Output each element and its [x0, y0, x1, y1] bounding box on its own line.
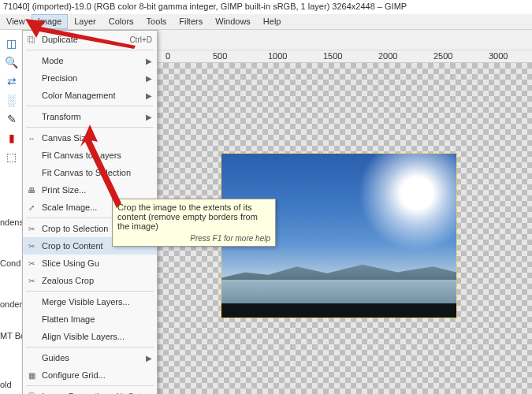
- menu-mode[interactable]: Mode▶: [23, 52, 157, 69]
- submenu-arrow-icon: ▶: [146, 57, 152, 65]
- tool-icon[interactable]: ◫: [3, 35, 20, 52]
- menu-precision[interactable]: Precision▶: [23, 69, 157, 87]
- menu-slice-using-guides[interactable]: ✂Slice Using Gu: [23, 255, 157, 272]
- horizontal-ruler: 0 500 1000 1500 2000 2500 3000: [158, 50, 532, 63]
- menu-image-properties[interactable]: ⓘImage PropertiesAlt+Return: [23, 388, 157, 394]
- tooltip-hint: Press F1 for more help: [117, 234, 270, 243]
- photo-water: [221, 280, 456, 307]
- menu-color-management[interactable]: Color Management▶: [23, 87, 157, 104]
- tool-icon[interactable]: ▮: [3, 129, 20, 147]
- menu-flatten[interactable]: Flatten Image: [23, 310, 157, 328]
- tool-icon[interactable]: ░: [3, 91, 20, 109]
- menu-bar: View Image Layer Colors Tools Filters Wi…: [0, 14, 532, 30]
- menu-layer[interactable]: Layer: [68, 14, 102, 29]
- shortcut-label: Ctrl+D: [129, 35, 152, 44]
- menu-zealous-crop[interactable]: ✂Zealous Crop: [23, 272, 157, 289]
- print-icon: 🖶: [26, 186, 37, 195]
- separator: [26, 106, 154, 106]
- menu-filters[interactable]: Filters: [173, 14, 209, 29]
- knife-icon: ✂: [26, 277, 37, 285]
- duplicate-icon: ⿻: [26, 35, 37, 44]
- menu-canvas-size[interactable]: ↔Canvas Size...: [23, 129, 157, 147]
- menu-transform[interactable]: Transform▶: [23, 108, 157, 125]
- separator: [26, 291, 154, 292]
- separator: [26, 347, 154, 348]
- submenu-arrow-icon: ▶: [146, 354, 152, 362]
- photo-foreground: [221, 303, 456, 318]
- menu-image[interactable]: Image: [32, 14, 69, 29]
- menu-help[interactable]: Help: [257, 14, 288, 29]
- separator: [26, 50, 154, 50]
- scale-icon: ⤢: [26, 203, 37, 212]
- left-panel-snippet: ndensed Cond ondensed MT Bold, old: [0, 208, 16, 394]
- menu-configure-grid[interactable]: ▦Configure Grid...: [23, 366, 157, 384]
- crop-icon: ✂: [26, 225, 37, 233]
- resize-icon: ↔: [26, 134, 37, 143]
- menu-print-size[interactable]: 🖶Print Size...: [23, 181, 157, 199]
- menu-colors[interactable]: Colors: [102, 14, 140, 29]
- menu-fit-canvas-selection: Fit Canvas to Selection: [23, 164, 157, 181]
- separator: [26, 127, 154, 128]
- menu-duplicate[interactable]: ⿻ Duplicate Ctrl+D: [23, 31, 157, 48]
- knife-icon: ✂: [26, 259, 37, 268]
- tool-icon[interactable]: ⬚: [3, 148, 20, 165]
- tool-icon[interactable]: ⇄: [3, 72, 20, 90]
- info-icon: ⓘ: [26, 391, 37, 394]
- crop-icon: ✂: [26, 242, 37, 251]
- tool-icon[interactable]: 🔍: [3, 54, 20, 71]
- separator: [26, 385, 154, 386]
- menu-merge-visible[interactable]: Merge Visible Layers...: [23, 293, 157, 310]
- submenu-arrow-icon: ▶: [146, 113, 152, 121]
- menu-view[interactable]: View: [0, 14, 32, 29]
- tool-icon[interactable]: ✎: [3, 110, 20, 128]
- menu-guides[interactable]: Guides▶: [23, 349, 157, 366]
- submenu-arrow-icon: ▶: [146, 74, 152, 83]
- window-title: 71040] (imported)-19.0 (RGB color 8-bit …: [0, 0, 532, 14]
- menu-align-visible[interactable]: Align Visible Layers...: [23, 328, 157, 345]
- tooltip-text: Crop the image to the extents of its con…: [117, 203, 270, 231]
- menu-tools[interactable]: Tools: [140, 14, 173, 29]
- grid-icon: ▦: [26, 371, 37, 380]
- photo-sun: [354, 153, 457, 256]
- menu-windows[interactable]: Windows: [209, 14, 257, 29]
- tooltip: Crop the image to the extents of its con…: [112, 199, 276, 247]
- menu-fit-canvas-layers[interactable]: Fit Canvas to Layers: [23, 147, 157, 164]
- submenu-arrow-icon: ▶: [146, 91, 152, 100]
